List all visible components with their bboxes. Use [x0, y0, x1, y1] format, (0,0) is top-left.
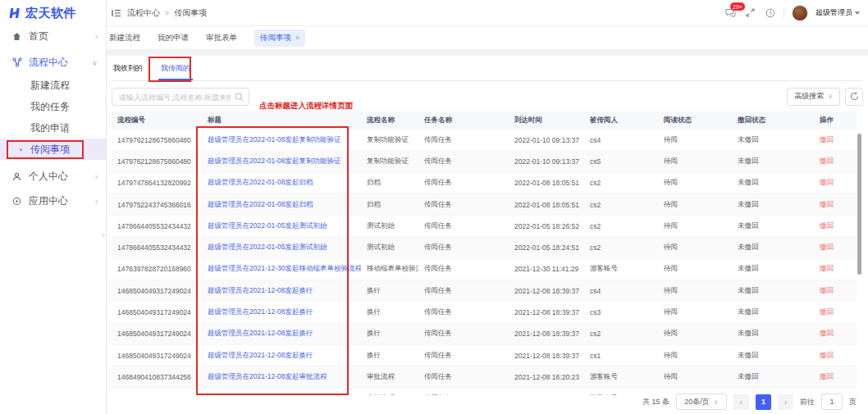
cell-read-status: 待阅 [658, 329, 732, 339]
cell-process-name: 换行 [361, 286, 418, 296]
cell-read-status: 待阅 [658, 200, 732, 210]
breadcrumb-current: 传阅事项 [174, 7, 207, 19]
sidebar-item-my-tasks[interactable]: 我的任务 [0, 96, 106, 117]
goto-page-input[interactable] [821, 394, 843, 410]
flow-title-link[interactable]: 超级管理员在2022-01-05发起测试初始 [208, 221, 327, 230]
cell-arrival-time: 2021-12-30 11:41:29 [509, 265, 584, 273]
flow-title-link[interactable]: 超级管理员在2021-12-30发起移动端表单校验流程 [208, 264, 361, 272]
current-user[interactable]: 超级管理员 [815, 7, 860, 18]
page-number-1[interactable]: 1 [756, 394, 771, 410]
cell-title: 超级管理员在2022-01-05发起测试初始 [202, 243, 361, 252]
table-toolbar: 高级搜索 ∨ [112, 81, 863, 111]
recall-link[interactable]: 撤回 [820, 372, 834, 380]
page-size-select[interactable]: 20条/页 ∨ [676, 394, 727, 410]
recall-link[interactable]: 撤回 [820, 200, 834, 208]
close-icon[interactable]: × [295, 34, 299, 42]
tab-my-applications[interactable]: 我的申请 [158, 33, 189, 43]
advanced-search-label: 高级搜索 [794, 91, 824, 102]
flow-title-link[interactable]: 超级管理员在2021-12-08发起换行 [208, 351, 313, 359]
cell-recall-status: 未撤回 [732, 221, 814, 231]
cell-flow-id: 1478664405532434432 [112, 222, 202, 230]
sidebar-collapse-handle[interactable]: › [102, 230, 105, 239]
next-page-button[interactable]: › [778, 394, 793, 410]
flow-title-link[interactable]: 超级管理员在2022-01-08发起归档 [208, 178, 313, 186]
cell-task-name: 传阅任务 [418, 157, 509, 166]
cell-process-name: 测试初始 [361, 221, 418, 231]
avatar[interactable] [792, 5, 808, 21]
breadcrumb-root[interactable]: 流程中心 [127, 7, 160, 19]
cell-read-status: 待阅 [658, 264, 732, 274]
flow-title-link[interactable]: 超级管理员在2022-01-08发起复制功能验证 [208, 135, 340, 143]
page-size-value: 20条/页 [684, 397, 710, 407]
cell-recall-status: 未撤回 [732, 135, 814, 145]
sidebar-item-process-center[interactable]: 流程中心 ∨ [0, 50, 106, 75]
flow-title-link[interactable]: 超级管理员在2021-12-08发起换行 [208, 329, 313, 337]
cell-recall-status: 未撤回 [732, 372, 814, 382]
subtab-received[interactable]: 我收到的 [113, 56, 143, 80]
col-header-flow-id: 流程编号 [112, 116, 202, 125]
col-header-recipient: 被传阅人 [584, 116, 658, 125]
tab-new-process[interactable]: 新建流程 [109, 33, 140, 43]
cell-title: 超级管理员在2022-01-08发起复制功能验证 [202, 135, 361, 145]
recall-link[interactable]: 撤回 [820, 157, 834, 165]
sidebar-item-personal-center[interactable]: 个人中心 › [0, 164, 106, 189]
recall-link[interactable]: 撤回 [820, 264, 834, 272]
subtab-circulated[interactable]: 我传阅的 [161, 56, 190, 80]
table-scrollbar-thumb[interactable] [857, 134, 861, 275]
tab-circulated-items[interactable]: 传阅事项 × [254, 30, 305, 47]
cell-recipient: cs2 [584, 222, 658, 230]
flow-title-link[interactable]: 超级管理员在2022-01-08发起归档 [208, 200, 313, 208]
cell-title: 超级管理员在2022-01-08发起归档 [202, 200, 361, 210]
brand-logo[interactable]: 宏天软件 [0, 0, 106, 26]
sidebar-item-new-process[interactable]: 新建流程 [0, 75, 106, 96]
menu-collapse-icon[interactable] [110, 7, 122, 19]
recall-link[interactable]: 撤回 [820, 135, 834, 143]
table-row: 1468504049317249024 超级管理员在2021-12-08发起换行… [112, 280, 857, 302]
recall-link[interactable]: 撤回 [820, 286, 834, 294]
flow-title-link[interactable]: 超级管理员在2021-12-08发起审批流程 [208, 372, 327, 380]
cell-read-status: 待阅 [658, 307, 732, 317]
home-icon [11, 31, 22, 42]
refresh-button[interactable] [845, 88, 863, 106]
recall-link[interactable]: 撤回 [820, 178, 834, 186]
col-header-recall-status: 撤回状态 [732, 116, 814, 125]
recall-link[interactable]: 撤回 [820, 351, 834, 359]
fullscreen-icon[interactable] [744, 7, 756, 19]
search-input[interactable] [112, 89, 249, 106]
table-row: 1479747864132820992 超级管理员在2022-01-08发起归档… [112, 173, 857, 194]
cell-recall-status: 未撤回 [732, 178, 814, 188]
cell-actions: 撤回 [814, 307, 857, 317]
sidebar-item-home[interactable]: 首页 › [0, 26, 106, 46]
toolbar-right: 高级搜索 ∨ [787, 88, 863, 106]
sidebar-item-app-center[interactable]: 应用中心 › [0, 189, 106, 213]
cell-process-name: 移动端表单校验流程 [361, 264, 418, 274]
recall-link[interactable]: 撤回 [820, 307, 834, 316]
advanced-search-button[interactable]: 高级搜索 ∨ [787, 88, 840, 106]
flow-icon [11, 57, 22, 68]
cell-recall-status: 未撤回 [732, 286, 814, 296]
clock-icon[interactable] [764, 7, 776, 19]
cell-process-name: 换行 [361, 329, 418, 339]
flow-title-link[interactable]: 超级管理员在2021-12-08发起换行 [208, 307, 313, 316]
cell-process-name: 测试初始 [361, 243, 418, 252]
cell-flow-id: 1468490410837344256 [112, 394, 202, 395]
cell-read-status: 待阅 [658, 351, 732, 361]
sidebar-item-circulated-items[interactable]: 传阅事项 [0, 139, 106, 160]
flow-title-link[interactable]: 超级管理员在2021-12-08发起审批流程 [208, 394, 327, 395]
cell-flow-id: 1479752243745366016 [112, 201, 202, 209]
search-icon [235, 93, 244, 102]
recall-link[interactable]: 撤回 [820, 329, 834, 337]
table-row: 1478664405532434432 超级管理员在2022-01-05发起测试… [112, 237, 857, 258]
cell-task-name: 传阅任务 [418, 286, 509, 296]
sidebar-item-my-applications[interactable]: 我的申请 [0, 117, 106, 139]
flow-title-link[interactable]: 超级管理员在2022-01-08发起复制功能验证 [208, 157, 340, 165]
recall-link[interactable]: 撤回 [820, 221, 834, 230]
cell-process-name: 复制功能验证 [361, 157, 418, 166]
prev-page-button[interactable]: ‹ [733, 394, 749, 410]
chevron-right-icon: › [95, 197, 98, 206]
flow-title-link[interactable]: 超级管理员在2021-12-08发起换行 [208, 286, 313, 294]
tab-approval-forms[interactable]: 审批表单 [206, 33, 237, 43]
messages-icon[interactable]: 29+ [724, 7, 737, 19]
recall-link[interactable]: 撤回 [820, 243, 834, 251]
flow-title-link[interactable]: 超级管理员在2022-01-05发起测试初始 [208, 243, 327, 251]
